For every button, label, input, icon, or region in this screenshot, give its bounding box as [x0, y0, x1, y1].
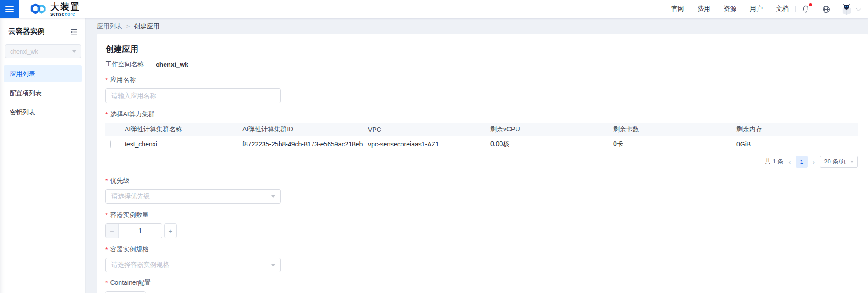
- priority-placeholder: 请选择优先级: [111, 192, 150, 201]
- add-container-button[interactable]: 新增容器: [105, 291, 146, 293]
- breadcrumb-current: 创建应用: [134, 22, 159, 31]
- col-remaining-vcpu: 剩余vCPU: [490, 125, 613, 134]
- page-title: 创建应用: [105, 44, 858, 54]
- required-mark: *: [105, 177, 108, 184]
- nav-users[interactable]: 用户: [743, 5, 769, 13]
- brand-subtitle: sensecore: [50, 12, 81, 16]
- app-name-label: 应用名称: [110, 76, 136, 84]
- workspace-dropdown[interactable]: chenxi_wk: [5, 44, 81, 58]
- cluster-radio[interactable]: [110, 140, 111, 148]
- globe-language-icon[interactable]: [816, 5, 836, 14]
- avatar-mascot-icon: [840, 3, 853, 16]
- create-app-panel: 创建应用 工作空间名称 chenxi_wk *应用名称 *选择AI算力集群 AI…: [97, 34, 868, 293]
- required-mark: *: [105, 279, 108, 287]
- page-size-value: 20 条/页: [824, 157, 846, 166]
- chevron-down-icon: [856, 6, 861, 11]
- cell-remaining-memory: 0GiB: [736, 141, 858, 148]
- sidebar: 云容器实例 chenxi_wk 应用列表 配置项列表 密钥列表: [0, 18, 86, 293]
- chevron-down-icon: [72, 50, 76, 53]
- nav-docs[interactable]: 文档: [769, 5, 795, 13]
- sensecore-logo-icon: [30, 3, 47, 16]
- chevron-down-icon: [271, 264, 275, 266]
- cell-cluster-id: f8722235-25b8-49cb-8173-e5659ac218eb: [242, 141, 368, 148]
- hamburger-menu-button[interactable]: [0, 0, 19, 18]
- priority-label: 优先级: [110, 177, 129, 185]
- instance-spec-field: *容器实例规格 请选择容器实例规格: [105, 245, 858, 272]
- app-name-field: *应用名称: [105, 76, 858, 103]
- required-mark: *: [105, 246, 108, 253]
- notification-bell-icon[interactable]: [796, 5, 816, 13]
- priority-field: *优先级 请选择优先级: [105, 177, 858, 204]
- notification-badge: [809, 3, 812, 6]
- chevron-down-icon: [850, 161, 854, 163]
- cell-cluster-name: test_chenxi: [125, 141, 242, 148]
- collapse-sidebar-icon[interactable]: [70, 28, 78, 35]
- nav-billing[interactable]: 费用: [691, 5, 717, 13]
- nav-official-site[interactable]: 官网: [665, 5, 691, 13]
- sidebar-item-app-list[interactable]: 应用列表: [4, 65, 82, 82]
- brand-logo[interactable]: 大装置 sensecore: [30, 2, 81, 16]
- cluster-label: 选择AI算力集群: [110, 110, 154, 119]
- cell-remaining-cards: 0卡: [613, 140, 736, 148]
- required-mark: *: [105, 76, 108, 84]
- chevron-down-icon: [271, 195, 275, 198]
- page-1-button[interactable]: 1: [796, 156, 808, 168]
- priority-select[interactable]: 请选择优先级: [105, 189, 281, 204]
- prev-page-button[interactable]: ‹: [788, 158, 791, 165]
- app-name-input[interactable]: [105, 88, 281, 103]
- container-config-field: *Container配置 新增容器: [105, 279, 858, 293]
- sidebar-item-secret-list[interactable]: 密钥列表: [4, 104, 82, 121]
- col-vpc: VPC: [368, 126, 490, 133]
- instance-count-stepper: − +: [105, 223, 858, 238]
- cell-vpc: vpc-sensecoreiaas1-AZ1: [368, 141, 490, 148]
- next-page-button[interactable]: ›: [812, 158, 815, 165]
- pagination: 共 1 条 ‹ 1 › 20 条/页: [105, 156, 858, 168]
- breadcrumb-separator: >: [126, 23, 130, 30]
- cluster-table-row: test_chenxi f8722235-25b8-49cb-8173-e565…: [105, 136, 858, 152]
- instance-count-label: 容器实例数量: [110, 211, 148, 219]
- breadcrumb-app-list[interactable]: 应用列表: [97, 22, 122, 31]
- required-mark: *: [105, 111, 108, 118]
- nav-resources[interactable]: 资源: [717, 5, 743, 13]
- col-remaining-memory: 剩余内存: [736, 125, 858, 134]
- user-avatar[interactable]: [840, 3, 860, 16]
- instance-count-field: *容器实例数量 − +: [105, 211, 858, 238]
- sidebar-menu: 应用列表 配置项列表 密钥列表: [0, 65, 85, 121]
- cluster-table-header: AI弹性计算集群名称 AI弹性计算集群ID VPC 剩余vCPU 剩余卡数 剩余…: [105, 123, 858, 136]
- sidebar-item-config-list[interactable]: 配置项列表: [4, 85, 82, 102]
- stepper-plus-button[interactable]: +: [164, 223, 177, 238]
- instance-spec-select[interactable]: 请选择容器实例规格: [105, 258, 281, 272]
- required-mark: *: [105, 212, 108, 219]
- top-header: 大装置 sensecore 官网 费用 资源 用户 文档: [0, 0, 868, 18]
- sidebar-title: 云容器实例: [8, 27, 45, 37]
- col-cluster-name: AI弹性计算集群名称: [125, 125, 242, 134]
- top-nav: 官网 费用 资源 用户 文档: [665, 3, 868, 16]
- cluster-table: AI弹性计算集群名称 AI弹性计算集群ID VPC 剩余vCPU 剩余卡数 剩余…: [105, 123, 858, 152]
- brand-title: 大装置: [50, 2, 81, 11]
- workspace-name-label: 工作空间名称: [105, 60, 144, 69]
- col-cluster-id: AI弹性计算集群ID: [242, 125, 368, 134]
- workspace-name-value: chenxi_wk: [156, 61, 188, 68]
- workspace-row: 工作空间名称 chenxi_wk: [105, 60, 858, 69]
- stepper-minus-button[interactable]: −: [106, 224, 119, 238]
- instance-spec-placeholder: 请选择容器实例规格: [111, 261, 169, 269]
- cell-remaining-vcpu: 0.00核: [490, 140, 613, 148]
- page-size-select[interactable]: 20 条/页: [820, 156, 858, 168]
- container-config-label: Container配置: [110, 279, 151, 287]
- breadcrumb: 应用列表 > 创建应用: [86, 18, 868, 34]
- instance-spec-label: 容器实例规格: [110, 245, 148, 254]
- cluster-field: *选择AI算力集群 AI弹性计算集群名称 AI弹性计算集群ID VPC 剩余vC…: [105, 110, 858, 168]
- instance-count-input[interactable]: [119, 224, 162, 238]
- workspace-dropdown-value: chenxi_wk: [10, 48, 38, 55]
- col-remaining-cards: 剩余卡数: [613, 125, 736, 134]
- pagination-total: 共 1 条: [765, 157, 783, 166]
